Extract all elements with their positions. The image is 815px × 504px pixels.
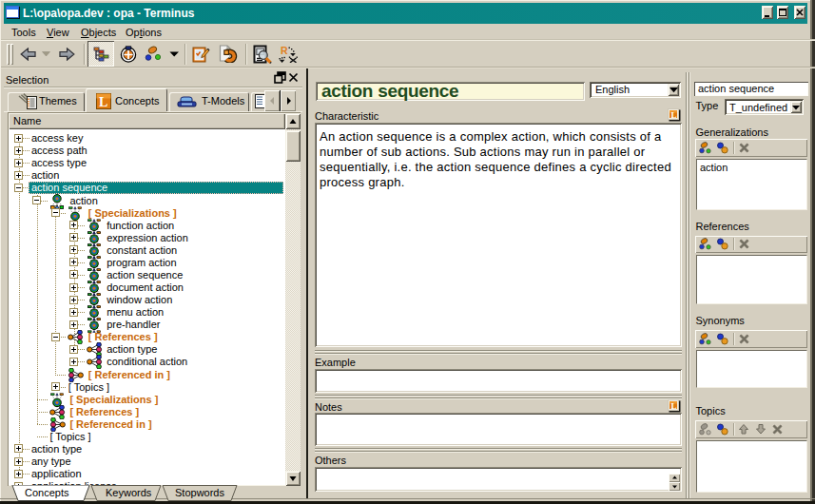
svg-text:R: R: [281, 45, 288, 56]
svg-text:Stopwords: Stopwords: [175, 487, 224, 498]
svg-text:L: L: [99, 95, 107, 109]
svg-text:Keywords: Keywords: [106, 487, 152, 498]
svg-text:L: L: [670, 110, 676, 120]
svg-text:L: L: [670, 401, 676, 411]
svg-text:Concepts: Concepts: [25, 487, 69, 498]
